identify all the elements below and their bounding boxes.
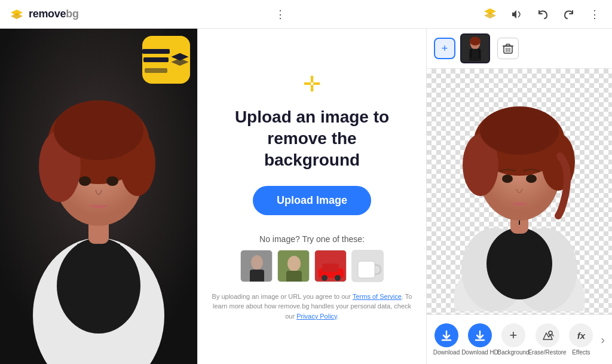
app-name: removebg [29,8,79,20]
sample-image-3[interactable] [314,250,347,282]
sample-image-2[interactable] [277,250,310,282]
effects-label: Effects [572,349,590,356]
more-actions-button[interactable]: › [598,328,607,351]
svg-point-56 [480,107,559,155]
svg-line-64 [552,335,553,337]
center-panel: ✛ Upload an image to remove the backgrou… [197,29,427,364]
more-menu-button[interactable]: ⋮ [273,5,288,23]
svg-point-48 [486,228,552,299]
upload-heading: Upload an image to remove the background [235,106,389,172]
right-panel-toolbar: + [427,29,612,69]
erase-restore-icon [536,323,559,347]
speaker-icon [510,8,522,20]
svg-point-13 [54,100,143,160]
layers-icon-top [482,6,498,23]
download-button[interactable]: Download [432,320,461,359]
svg-point-21 [251,255,263,270]
download-hd-label: Download HD [461,349,498,356]
current-image-thumbnail[interactable] [460,33,490,63]
svg-rect-41 [506,44,510,46]
background-button[interactable]: + Background [498,320,528,359]
svg-point-58 [526,175,537,183]
svg-point-29 [322,275,328,281]
svg-marker-3 [484,13,496,19]
svg-line-38 [479,49,479,59]
original-image [0,29,197,364]
top-bar-center: ⋮ [273,5,288,23]
terms-text: By uploading an image or URL you agree t… [210,292,414,322]
erase-restore-button[interactable]: Erase/Restore [531,320,564,359]
try-these-label: No image? Try one of these: [240,234,384,244]
bottom-actions-bar: Download Download HD + Background [427,314,612,364]
top-bar: removebg ⋮ ⋮ [0,0,612,29]
svg-rect-22 [250,270,264,282]
background-label: Background [497,349,529,356]
svg-rect-28 [322,264,339,272]
speaker-button[interactable] [508,6,525,23]
download-icon [434,323,458,347]
main-content: ✛ Upload an image to remove the backgrou… [0,29,612,364]
svg-rect-32 [358,261,375,278]
plus-icon-large: ✛ [303,72,321,97]
undo-button[interactable] [534,6,551,23]
redo-button[interactable] [561,6,577,23]
result-image-area [427,69,612,314]
privacy-policy-link[interactable]: Privacy Policy [296,313,337,320]
terms-of-service-link[interactable]: Terms of Service [353,293,402,300]
svg-point-57 [502,175,513,183]
right-panel: + [427,29,612,364]
logo-area: removebg [10,7,79,22]
svg-marker-1 [11,13,23,19]
logo-icon [10,7,24,22]
add-image-button[interactable]: + [434,38,455,59]
svg-point-35 [470,37,481,46]
sample-image-1[interactable] [240,250,273,282]
sample-images-row [240,250,384,282]
top-bar-right: ⋮ [482,5,602,23]
app-logo-overlay [142,36,190,84]
svg-rect-25 [286,271,302,282]
try-these-section: No image? Try one of these: [240,234,384,282]
svg-line-37 [471,49,472,59]
svg-point-14 [79,176,91,186]
effects-button[interactable]: fx Effects [566,320,596,359]
svg-point-24 [287,256,301,271]
undo-icon [537,8,549,20]
redo-icon [563,8,575,20]
upload-image-button[interactable]: Upload Image [253,186,371,215]
download-hd-button[interactable]: Download HD [464,320,496,359]
more-options-button[interactable]: ⋮ [587,5,602,23]
delete-image-button[interactable] [497,38,519,59]
svg-marker-19 [172,58,189,66]
logo-layers-svg [170,47,190,73]
background-icon: + [501,323,525,347]
svg-point-15 [106,176,118,186]
person-result-svg [430,72,609,311]
svg-point-30 [335,275,341,281]
download-hd-icon [468,323,492,347]
sample-image-4[interactable] [351,250,384,282]
layers-stack-icon [142,51,170,68]
effects-icon: fx [569,323,593,347]
left-panel [0,29,197,364]
erase-restore-label: Erase/Restore [528,349,567,356]
trash-icon [502,42,514,54]
download-label: Download [433,349,460,356]
svg-point-6 [57,238,140,334]
